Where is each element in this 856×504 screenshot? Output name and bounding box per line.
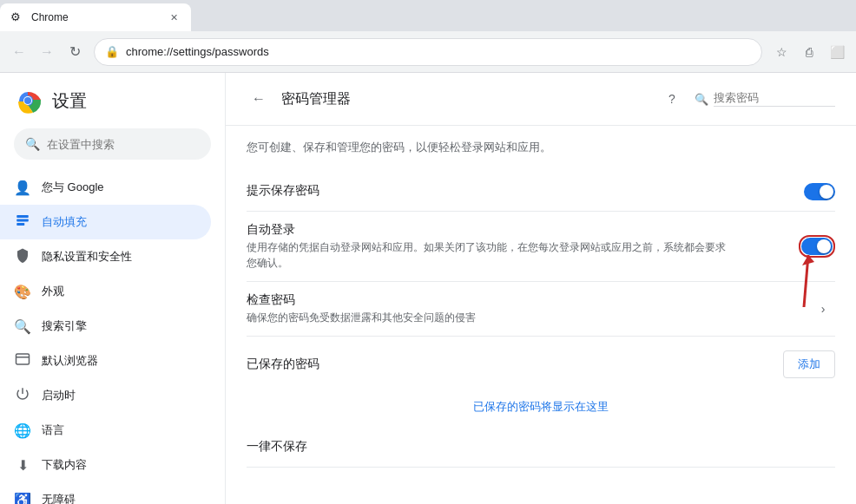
sidebar: 设置 🔍 👤 您与 Google 自动填充 隐私设置和安全性 [0, 73, 226, 504]
shield-icon [14, 247, 31, 266]
sidebar-label-startup: 启动时 [42, 388, 76, 403]
tab-favicon: ⚙ [10, 10, 24, 24]
never-save-label: 一律不保存 [247, 439, 835, 455]
check-passwords-info: 检查密码 确保您的密码免受数据泄露和其他安全问题的侵害 [247, 292, 811, 325]
lock-icon: 🔒 [105, 45, 119, 58]
sidebar-item-privacy[interactable]: 隐私设置和安全性 [0, 239, 211, 274]
offer-to-save-label: 提示保存密码 [247, 183, 804, 199]
settings-search-box[interactable]: 🔍 [14, 128, 211, 160]
sidebar-label-language: 语言 [42, 422, 64, 438]
address-bar[interactable]: 🔒 chrome://settings/passwords [94, 38, 762, 66]
sidebar-label-accessibility: 无障碍 [42, 492, 76, 504]
back-button[interactable]: ← [7, 40, 31, 64]
sidebar-label-google: 您与 Google [42, 180, 104, 195]
sidebar-item-autofill[interactable]: 自动填充 [0, 205, 211, 239]
saved-passwords-label: 已保存的密码 [247, 357, 319, 372]
forward-button[interactable]: → [35, 40, 59, 64]
never-save-info: 一律不保存 [247, 439, 835, 456]
tab-bar: ⚙ Chrome ✕ [0, 0, 856, 31]
svg-rect-6 [16, 223, 24, 226]
address-text: chrome://settings/passwords [126, 45, 751, 58]
sidebar-item-downloads[interactable]: ⬇ 下载内容 [0, 448, 211, 482]
palette-icon: 🎨 [14, 284, 31, 300]
chrome-logo-icon [14, 87, 42, 115]
power-icon [14, 386, 31, 405]
svg-rect-4 [16, 215, 29, 218]
password-manager-header: ← 密码管理器 ? 🔍 [226, 73, 856, 126]
browser-bar: ← → ↻ 🔒 chrome://settings/passwords ☆ ⎙ … [0, 31, 856, 73]
auto-signin-row: 自动登录 使用存储的凭据自动登录网站和应用。如果关闭了该功能，在您每次登录网站或… [247, 212, 835, 282]
reload-button[interactable]: ↻ [63, 40, 87, 64]
sidebar-item-search[interactable]: 🔍 搜索引擎 [0, 309, 211, 344]
sidebar-item-appearance[interactable]: 🎨 外观 [0, 274, 211, 309]
offer-to-save-row: 提示保存密码 [247, 173, 835, 212]
share-button[interactable]: ⎙ [797, 40, 821, 64]
pm-help-button[interactable]: ? [660, 87, 684, 111]
offer-to-save-track[interactable] [804, 183, 835, 200]
offer-to-save-thumb [820, 185, 833, 199]
person-icon: 👤 [14, 180, 31, 196]
sidebar-item-google[interactable]: 👤 您与 Google [0, 170, 211, 205]
sidebar-label-autofill: 自动填充 [42, 214, 87, 230]
offer-to-save-info: 提示保存密码 [247, 183, 804, 200]
browser-icon [14, 351, 31, 370]
saved-passwords-header: 已保存的密码 添加 [247, 337, 835, 385]
nav-buttons: ← → ↻ [7, 40, 87, 64]
app-body: 设置 🔍 👤 您与 Google 自动填充 隐私设置和安全性 [0, 73, 856, 504]
svg-point-3 [24, 97, 31, 104]
tab-close-button[interactable]: ✕ [167, 10, 181, 24]
globe-icon: 🌐 [14, 422, 31, 439]
auto-signin-info: 自动登录 使用存储的凭据自动登录网站和应用。如果关闭了该功能，在您每次登录网站或… [247, 222, 799, 271]
sidebar-item-language[interactable]: 🌐 语言 [0, 413, 211, 448]
search-icon: 🔍 [25, 137, 40, 151]
settings-search-input[interactable] [47, 138, 200, 151]
sidebar-label-search: 搜索引擎 [42, 318, 87, 334]
sidebar-nav: 👤 您与 Google 自动填充 隐私设置和安全性 🎨 外观 🔍 [0, 170, 225, 504]
auto-signin-thumb [817, 239, 831, 253]
accessibility-icon: ♿ [14, 492, 31, 505]
sidebar-item-startup[interactable]: 启动时 [0, 378, 211, 413]
main-content: ← 密码管理器 ? 🔍 您可创建、保存和管理您的密码，以便轻松登录网站和应用。 … [226, 73, 856, 504]
sidebar-label-privacy: 隐私设置和安全性 [42, 249, 132, 265]
sidebar-label-browser: 默认浏览器 [42, 353, 98, 369]
svg-rect-5 [16, 219, 29, 222]
auto-signin-label: 自动登录 [247, 222, 799, 238]
never-save-row: 一律不保存 [247, 429, 835, 468]
tab-title: Chrome [31, 11, 160, 23]
saved-passwords-empty: 已保存的密码将显示在这里 [247, 385, 835, 429]
maximize-button[interactable]: ⬜ [825, 40, 849, 64]
check-passwords-row: 检查密码 确保您的密码免受数据泄露和其他安全问题的侵害 › [247, 282, 835, 337]
pm-title: 密码管理器 [281, 90, 649, 108]
pm-description: 您可创建、保存和管理您的密码，以便轻松登录网站和应用。 [247, 140, 835, 155]
pm-search-container: 🔍 [695, 91, 835, 107]
check-passwords-chevron-button[interactable]: › [811, 297, 835, 321]
offer-to-save-toggle[interactable] [804, 183, 835, 200]
active-tab[interactable]: ⚙ Chrome ✕ [0, 3, 191, 31]
pm-header-actions: ? 🔍 [660, 87, 835, 111]
autofill-icon [14, 213, 31, 232]
auto-signin-toggle-highlighted[interactable] [799, 235, 835, 258]
add-password-button[interactable]: 添加 [783, 350, 835, 378]
pm-search-input[interactable] [714, 91, 835, 107]
search-engine-icon: 🔍 [14, 318, 31, 335]
settings-header: 设置 [0, 87, 225, 128]
check-passwords-desc: 确保您的密码免受数据泄露和其他安全问题的侵害 [247, 310, 733, 325]
auto-signin-track[interactable] [801, 238, 833, 255]
bookmark-button[interactable]: ☆ [769, 40, 793, 64]
sidebar-item-browser[interactable]: 默认浏览器 [0, 344, 211, 378]
auto-signin-desc: 使用存储的凭据自动登录网站和应用。如果关闭了该功能，在您每次登录网站或应用之前，… [247, 239, 733, 271]
browser-actions: ☆ ⎙ ⬜ [769, 40, 849, 64]
pm-back-button[interactable]: ← [247, 87, 271, 111]
sidebar-item-accessibility[interactable]: ♿ 无障碍 [0, 482, 211, 504]
settings-title: 设置 [52, 89, 87, 113]
pm-search-icon: 🔍 [695, 93, 708, 106]
check-passwords-label: 检查密码 [247, 292, 811, 308]
sidebar-label-appearance: 外观 [42, 284, 64, 299]
svg-rect-7 [16, 354, 30, 364]
pm-body: 您可创建、保存和管理您的密码，以便轻松登录网站和应用。 提示保存密码 自动登录 … [226, 126, 856, 481]
sidebar-label-downloads: 下载内容 [42, 457, 87, 473]
download-icon: ⬇ [14, 457, 31, 474]
